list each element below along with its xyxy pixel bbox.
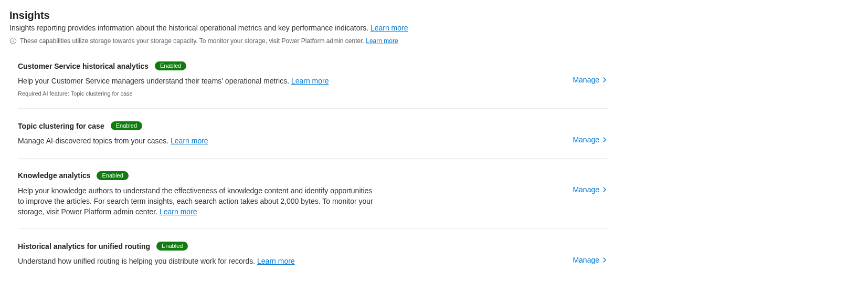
section-title: Customer Service historical analytics: [18, 62, 149, 70]
chevron-right-icon: [601, 137, 608, 143]
page-title: Insights: [9, 9, 868, 22]
manage-label: Manage: [573, 136, 599, 144]
svg-point-2: [13, 39, 13, 40]
info-bar-learn-more-link[interactable]: Learn more: [366, 37, 398, 45]
status-badge-enabled: Enabled: [156, 242, 188, 251]
manage-button[interactable]: Manage: [573, 136, 608, 144]
section-body: Understand how unified routing is helpin…: [18, 256, 608, 266]
manage-label: Manage: [573, 76, 599, 84]
section-learn-more-link[interactable]: Learn more: [160, 207, 197, 216]
section-header: Knowledge analytics Enabled: [18, 171, 608, 180]
section-learn-more-link[interactable]: Learn more: [257, 257, 295, 265]
manage-button[interactable]: Manage: [573, 76, 608, 84]
section-title: Historical analytics for unified routing: [18, 242, 150, 251]
section-body: Help your Customer Service managers unde…: [18, 76, 608, 97]
section-text-col: Help your knowledge authors to understan…: [18, 185, 375, 217]
chevron-right-icon: [601, 77, 608, 83]
section-learn-more-link[interactable]: Learn more: [291, 77, 329, 85]
manage-button[interactable]: Manage: [573, 256, 608, 264]
status-badge-enabled: Enabled: [155, 61, 186, 70]
section-desc: Understand how unified routing is helpin…: [18, 256, 295, 266]
manage-label: Manage: [573, 256, 599, 264]
info-bar-text-body: These capabilities utilize storage towar…: [20, 37, 366, 45]
section-desc: Help your Customer Service managers unde…: [18, 76, 329, 86]
section-historical-analytics-unified-routing: Historical analytics for unified routing…: [18, 229, 608, 278]
info-icon: [9, 37, 17, 45]
insights-sections: Customer Service historical analytics En…: [9, 49, 608, 278]
section-body: Manage AI-discovered topics from your ca…: [18, 136, 608, 146]
section-text-col: Help your Customer Service managers unde…: [18, 76, 329, 97]
section-note: Required AI feature: Topic clustering fo…: [18, 90, 329, 97]
page-subtitle-text: Insights reporting provides information …: [9, 24, 371, 32]
chevron-right-icon: [601, 186, 608, 193]
manage-label: Manage: [573, 185, 599, 194]
section-topic-clustering-for-case: Topic clustering for case Enabled Manage…: [18, 109, 608, 158]
section-title: Knowledge analytics: [18, 171, 90, 180]
section-learn-more-link[interactable]: Learn more: [171, 137, 208, 145]
section-body: Help your knowledge authors to understan…: [18, 185, 608, 217]
section-desc-text: Help your Customer Service managers unde…: [18, 77, 291, 85]
section-customer-service-historical-analytics: Customer Service historical analytics En…: [18, 49, 608, 109]
section-text-col: Understand how unified routing is helpin…: [18, 256, 295, 266]
page-subtitle-learn-more-link[interactable]: Learn more: [371, 24, 408, 32]
section-text-col: Manage AI-discovered topics from your ca…: [18, 136, 208, 146]
status-badge-enabled: Enabled: [111, 121, 142, 130]
info-bar: These capabilities utilize storage towar…: [9, 37, 868, 45]
section-knowledge-analytics: Knowledge analytics Enabled Help your kn…: [18, 159, 608, 230]
section-desc: Help your knowledge authors to understan…: [18, 185, 375, 217]
section-title: Topic clustering for case: [18, 122, 104, 130]
manage-button[interactable]: Manage: [573, 185, 608, 194]
section-desc: Manage AI-discovered topics from your ca…: [18, 136, 208, 146]
section-header: Historical analytics for unified routing…: [18, 242, 608, 251]
section-desc-text: Manage AI-discovered topics from your ca…: [18, 137, 171, 145]
chevron-right-icon: [601, 257, 608, 263]
section-desc-text: Understand how unified routing is helpin…: [18, 257, 257, 265]
section-header: Customer Service historical analytics En…: [18, 61, 608, 70]
info-bar-text: These capabilities utilize storage towar…: [20, 37, 398, 45]
page-subtitle: Insights reporting provides information …: [9, 24, 868, 32]
status-badge-enabled: Enabled: [97, 171, 128, 180]
section-header: Topic clustering for case Enabled: [18, 121, 608, 130]
